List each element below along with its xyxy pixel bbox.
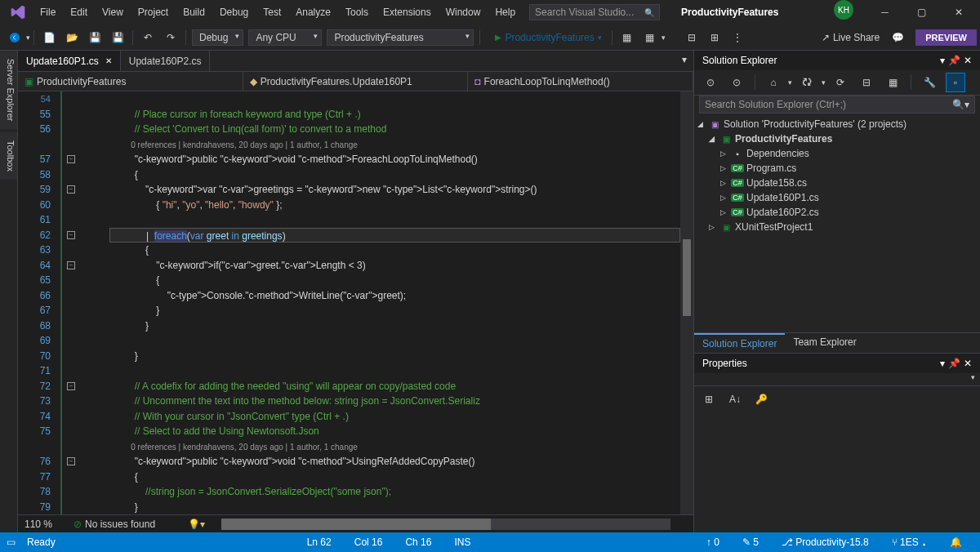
file-Update160P2.cs[interactable]: ▷C#Update160P2.cs bbox=[694, 205, 980, 220]
file-Update158.cs[interactable]: ▷C#Update158.cs bbox=[694, 176, 980, 190]
repo-name[interactable]: ⎇ Productivity-15.8 bbox=[770, 536, 880, 548]
document-tabs: Update160P1.cs✕Update160P2.cs▾ bbox=[18, 51, 693, 72]
fold-toggle[interactable]: − bbox=[67, 231, 75, 239]
back-button[interactable] bbox=[5, 28, 24, 47]
se-collapse-icon[interactable]: ⊟ bbox=[857, 73, 876, 92]
minimize-button[interactable]: ─ bbox=[866, 0, 903, 24]
nav-class[interactable]: ◆ ProductivityFeatures.Update160P1 bbox=[243, 72, 469, 91]
nav-project[interactable]: ▣ ProductivityFeatures bbox=[18, 72, 243, 91]
alpha-icon[interactable]: A↓ bbox=[725, 390, 745, 409]
server-explorer-tab[interactable]: Server Explorer bbox=[0, 51, 17, 129]
status-line[interactable]: Ln 62 bbox=[296, 536, 343, 548]
se-refresh-icon[interactable]: ⟳ bbox=[831, 73, 850, 92]
se-home-icon[interactable]: ⌂ bbox=[764, 73, 783, 92]
pending-changes[interactable]: ✎ 5 bbox=[731, 536, 770, 548]
window-controls: KH ─ ▢ ✕ bbox=[834, 0, 977, 24]
status-ins[interactable]: INS bbox=[443, 536, 482, 548]
se-sync-icon[interactable]: 🗘 bbox=[797, 73, 817, 92]
user-avatar[interactable]: KH bbox=[834, 0, 853, 20]
status-ch[interactable]: Ch 16 bbox=[394, 536, 443, 548]
zoom-level[interactable]: 110 % bbox=[24, 519, 74, 530]
menu-help[interactable]: Help bbox=[488, 3, 523, 21]
issues-indicator[interactable]: ⊘No issues found bbox=[74, 519, 155, 530]
config-combo[interactable]: Debug bbox=[192, 29, 243, 46]
menu-view[interactable]: View bbox=[95, 3, 131, 21]
solution-explorer-btm-tab[interactable]: Solution Explorer bbox=[694, 333, 785, 353]
menu-extensions[interactable]: Extensions bbox=[376, 3, 439, 21]
nav-member[interactable]: ◘ ForeachLoopToLinqMethod() bbox=[468, 72, 693, 91]
menu-project[interactable]: Project bbox=[131, 3, 176, 21]
tb-icon-3[interactable]: ⊟ bbox=[682, 28, 702, 47]
props-combo[interactable]: ▾ bbox=[694, 373, 980, 386]
startup-combo[interactable]: ProductivityFeatures bbox=[327, 29, 474, 46]
branch-name[interactable]: ⑂ 1ES ▴ bbox=[880, 536, 938, 548]
menu-build[interactable]: Build bbox=[176, 3, 212, 21]
solution-tree[interactable]: ◢▣Solution 'ProductivityFeatures' (2 pro… bbox=[694, 114, 980, 332]
fold-toggle[interactable]: − bbox=[67, 261, 75, 269]
menu-analyze[interactable]: Analyze bbox=[288, 3, 338, 21]
maximize-button[interactable]: ▢ bbox=[903, 0, 940, 24]
toolbox-tab[interactable]: Toolbox bbox=[0, 132, 17, 180]
fold-margin[interactable]: −−−−−− bbox=[60, 91, 109, 514]
fold-toggle[interactable]: − bbox=[67, 382, 75, 390]
se-props-icon[interactable]: 🔧 bbox=[920, 73, 939, 92]
menu-edit[interactable]: Edit bbox=[63, 3, 95, 21]
properties-panel: Properties ▾📌✕ ▾ ⊞ A↓ 🔑 bbox=[694, 353, 980, 532]
se-showall-icon[interactable]: ▦ bbox=[883, 73, 902, 92]
menu-debug[interactable]: Debug bbox=[212, 3, 256, 21]
se-search[interactable]: Search Solution Explorer (Ctrl+;) 🔍▾ bbox=[699, 96, 975, 114]
code-content[interactable]: // Place cursor in foreach keyword and t… bbox=[109, 91, 680, 514]
redo-button[interactable]: ↷ bbox=[161, 28, 180, 47]
project2-node[interactable]: ▷▣XUnitTestProject1 bbox=[694, 220, 980, 234]
feedback-button[interactable]: 💬 bbox=[888, 28, 907, 47]
file-Program.cs[interactable]: ▷C#Program.cs bbox=[694, 161, 980, 176]
preview-badge: PREVIEW bbox=[915, 29, 977, 46]
publish-status[interactable]: ↑ 0 bbox=[695, 536, 731, 548]
project-node[interactable]: ◢▣ProductivityFeatures bbox=[694, 131, 980, 146]
new-project-button[interactable]: 📄 bbox=[39, 28, 59, 47]
tab-Update160P1.cs[interactable]: Update160P1.cs✕ bbox=[18, 51, 121, 71]
tb-icon-5[interactable]: ⋮ bbox=[728, 28, 747, 47]
solution-node[interactable]: ◢▣Solution 'ProductivityFeatures' (2 pro… bbox=[694, 117, 980, 131]
close-panel-icon[interactable]: ✕ bbox=[964, 55, 972, 66]
undo-button[interactable]: ↶ bbox=[138, 28, 158, 47]
deps-node[interactable]: ▷▪Dependencies bbox=[694, 146, 980, 161]
menu-test[interactable]: Test bbox=[256, 3, 288, 21]
file-Update160P1.cs[interactable]: ▷C#Update160P1.cs bbox=[694, 190, 980, 205]
save-all-button[interactable]: 💾 bbox=[108, 28, 127, 47]
open-button[interactable]: 📂 bbox=[62, 28, 82, 47]
autohide-icon[interactable]: 📌 bbox=[948, 55, 960, 66]
quick-launch-search[interactable]: Search Visual Studio... 🔍 bbox=[529, 4, 660, 20]
notifications-icon[interactable]: 🔔 bbox=[938, 536, 973, 548]
code-editor[interactable]: 5455565758596061626364656667686970717273… bbox=[18, 91, 693, 514]
tb-icon-4[interactable]: ⊞ bbox=[705, 28, 724, 47]
live-share-button[interactable]: ↗ Live Share bbox=[815, 30, 886, 45]
team-explorer-btm-tab[interactable]: Team Explorer bbox=[785, 333, 864, 353]
menu-window[interactable]: Window bbox=[439, 3, 488, 21]
fold-toggle[interactable]: − bbox=[67, 155, 75, 163]
se-preview-icon[interactable]: ▫ bbox=[946, 73, 965, 92]
horizontal-scrollbar[interactable] bbox=[221, 519, 670, 530]
menu-tools[interactable]: Tools bbox=[338, 3, 376, 21]
se-back-icon[interactable]: ⊙ bbox=[701, 73, 720, 92]
menu-file[interactable]: File bbox=[33, 3, 63, 21]
lightbulb-icon[interactable]: 💡▾ bbox=[188, 519, 205, 530]
title-bar: FileEditViewProjectBuildDebugTestAnalyze… bbox=[0, 0, 980, 24]
prop-pages-icon[interactable]: 🔑 bbox=[751, 390, 771, 409]
save-button[interactable]: 💾 bbox=[85, 28, 105, 47]
se-fwd-icon[interactable]: ⊙ bbox=[727, 73, 746, 92]
start-debugging-button[interactable]: ProductivityFeatures▾ bbox=[488, 30, 608, 45]
status-col[interactable]: Col 16 bbox=[343, 536, 394, 548]
fold-toggle[interactable]: − bbox=[67, 457, 75, 465]
tb-icon-1[interactable]: ▦ bbox=[617, 28, 637, 47]
vertical-scrollbar[interactable] bbox=[680, 91, 693, 514]
pin-icon[interactable]: ▾ bbox=[940, 55, 945, 66]
tb-icon-2[interactable]: ▦ bbox=[640, 28, 660, 47]
fold-toggle[interactable]: − bbox=[67, 185, 75, 194]
tab-Update160P2.cs[interactable]: Update160P2.cs bbox=[121, 51, 211, 71]
platform-combo[interactable]: Any CPU bbox=[248, 29, 322, 46]
close-tab-icon[interactable]: ✕ bbox=[105, 56, 112, 65]
tab-overflow-icon[interactable]: ▾ bbox=[675, 51, 693, 71]
close-button[interactable]: ✕ bbox=[940, 0, 977, 24]
categorized-icon[interactable]: ⊞ bbox=[699, 390, 719, 409]
